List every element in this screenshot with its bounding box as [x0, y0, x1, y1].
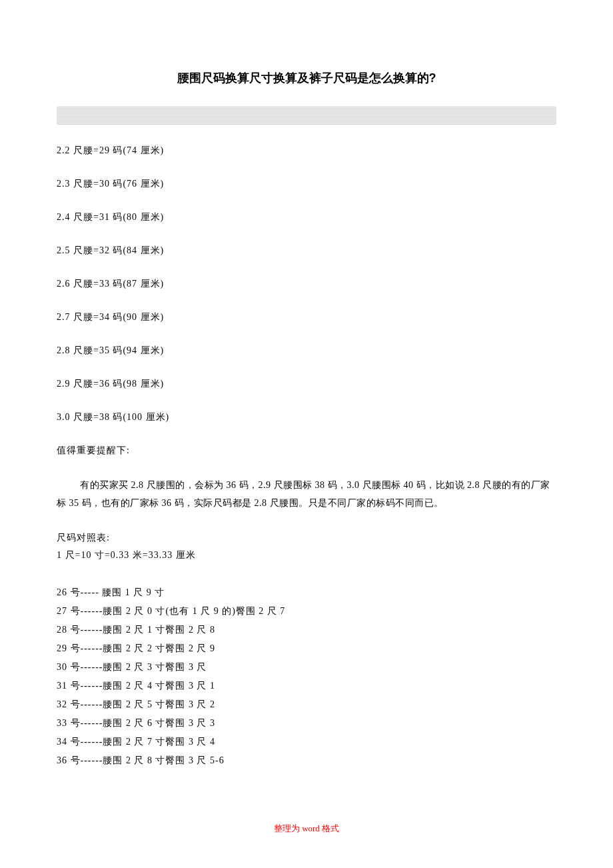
size-row: 30 号------腰围 2 尺 3 寸臀围 3 尺: [57, 661, 556, 673]
size-row: 33 号------腰围 2 尺 6 寸臀围 3 尺 3: [57, 717, 556, 729]
size-row: 28 号------腰围 2 尺 1 寸臀围 2 尺 8: [57, 624, 556, 636]
divider-band: [57, 106, 556, 125]
size-row: 32 号------腰围 2 尺 5 寸臀围 3 尺 2: [57, 699, 556, 711]
size-row: 31 号------腰围 2 尺 4 寸臀围 3 尺 1: [57, 680, 556, 692]
conversion-item: 2.5 尺腰=32 码(84 厘米): [57, 245, 556, 257]
conversion-item: 2.2 尺腰=29 码(74 厘米): [57, 145, 556, 157]
document-body: 腰围尺码换算尺寸换算及裤子尺码是怎么换算的? 2.2 尺腰=29 码(74 厘米…: [0, 0, 613, 767]
conversion-item: 2.3 尺腰=30 码(76 厘米): [57, 178, 556, 190]
reference-line: 1 尺=10 寸=0.33 米=33.33 厘米: [57, 549, 556, 561]
footer-word: word: [300, 823, 322, 833]
conversion-item: 2.6 尺腰=33 码(87 厘米): [57, 278, 556, 290]
conversion-item: 2.9 尺腰=36 码(98 厘米): [57, 378, 556, 390]
footer-suffix: 格式: [322, 823, 339, 833]
conversion-item: 2.8 尺腰=35 码(94 厘米): [57, 345, 556, 357]
page-footer: 整理为 word 格式: [0, 823, 613, 835]
size-table: 26 号----- 腰围 1 尺 9 寸 27 号------腰围 2 尺 0 …: [57, 587, 556, 767]
size-row: 29 号------腰围 2 尺 2 寸臀围 2 尺 9: [57, 643, 556, 655]
conversion-item: 3.0 尺腰=38 码(100 厘米): [57, 411, 556, 423]
note-paragraph: 有的买家买 2.8 尺腰围的，会标为 36 码，2.9 尺腰围标 38 码，3.…: [57, 477, 556, 512]
document-title: 腰围尺码换算尺寸换算及裤子尺码是怎么换算的?: [57, 70, 556, 86]
reference-heading: 尺码对照表:: [57, 532, 556, 544]
size-row: 34 号------腰围 2 尺 7 寸臀围 3 尺 4: [57, 736, 556, 748]
note-heading: 值得重要提醒下:: [57, 445, 556, 457]
size-row: 27 号------腰围 2 尺 0 寸(也有 1 尺 9 的)臀围 2 尺 7: [57, 605, 556, 617]
conversion-item: 2.4 尺腰=31 码(80 厘米): [57, 211, 556, 223]
size-row: 26 号----- 腰围 1 尺 9 寸: [57, 587, 556, 599]
footer-prefix: 整理为: [274, 823, 300, 833]
conversion-item: 2.7 尺腰=34 码(90 厘米): [57, 311, 556, 323]
conversion-list: 2.2 尺腰=29 码(74 厘米) 2.3 尺腰=30 码(76 厘米) 2.…: [57, 145, 556, 423]
size-row: 36 号------腰围 2 尺 8 寸臀围 3 尺 5-6: [57, 755, 556, 767]
